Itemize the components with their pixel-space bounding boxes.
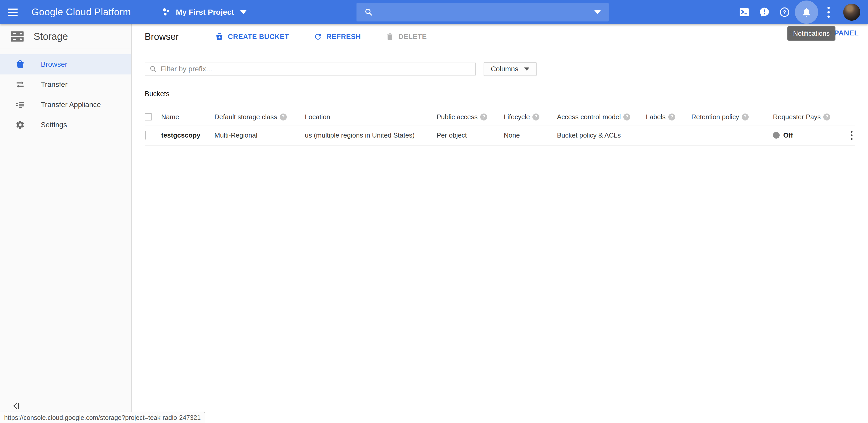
more-options-button[interactable] xyxy=(818,0,839,24)
hamburger-menu-icon[interactable] xyxy=(0,8,26,16)
sidebar-item-label: Settings xyxy=(41,121,67,129)
refresh-icon xyxy=(314,32,322,41)
row-checkbox[interactable] xyxy=(145,131,146,140)
project-selector[interactable]: My First Project xyxy=(161,7,246,17)
vertical-ellipsis-icon xyxy=(828,7,830,18)
project-hexagon-icon xyxy=(161,7,172,17)
table-row[interactable]: testgcscopy Multi-Regional us (multiple … xyxy=(145,125,855,146)
filter-search-icon xyxy=(149,65,157,73)
search-dropdown-caret-icon[interactable] xyxy=(594,10,601,14)
notifications-hover-circle xyxy=(795,1,818,24)
help-icon[interactable]: ? xyxy=(668,113,675,120)
columns-label: Columns xyxy=(491,65,519,73)
help-button[interactable]: ? xyxy=(774,0,795,24)
select-all-checkbox[interactable] xyxy=(145,113,152,120)
col-header-location[interactable]: Location xyxy=(305,113,437,121)
feedback-bubble-icon xyxy=(759,7,770,18)
transfer-appliance-icon xyxy=(14,100,26,110)
sidebar-item-label: Browser xyxy=(41,60,67,68)
col-header-name[interactable]: Name xyxy=(161,113,214,121)
create-bucket-button[interactable]: CREATE BUCKET xyxy=(215,32,289,41)
search-input[interactable] xyxy=(356,3,609,22)
buckets-section-label: Buckets xyxy=(145,90,868,98)
bell-icon xyxy=(801,7,812,18)
cell-requester-pays: Off xyxy=(773,131,838,139)
sidebar-header: Storage xyxy=(0,24,131,49)
app-bar: Google Cloud Platform My First Project xyxy=(0,0,868,24)
brand-logo: Google Cloud Platform xyxy=(32,7,131,18)
filter-row: Columns xyxy=(145,62,868,76)
collapse-chevron-icon xyxy=(12,401,21,411)
page-title: Browser xyxy=(145,31,179,42)
sidebar-item-browser[interactable]: Browser xyxy=(0,54,131,75)
sidebar-title: Storage xyxy=(34,31,68,42)
cell-location: us (multiple regions in United States) xyxy=(305,131,437,139)
storage-product-icon xyxy=(9,29,26,44)
svg-text:?: ? xyxy=(783,9,786,16)
sidebar-nav: Browser Transfer xyxy=(0,49,131,135)
refresh-label: REFRESH xyxy=(327,33,361,41)
help-icon[interactable]: ? xyxy=(280,113,287,120)
help-icon[interactable]: ? xyxy=(532,113,539,120)
avatar[interactable] xyxy=(843,4,860,21)
requester-pays-off-dot-icon xyxy=(773,132,780,139)
col-header-retention-policy[interactable]: Retention policy ? xyxy=(691,113,773,121)
help-icon: ? xyxy=(779,7,790,18)
cloud-shell-button[interactable] xyxy=(734,0,754,24)
notifications-tooltip: Notifications xyxy=(787,26,835,40)
notifications-button[interactable] xyxy=(795,0,818,24)
columns-dropdown-button[interactable]: Columns xyxy=(484,62,536,76)
sidebar: Storage Browser xyxy=(0,24,132,423)
cell-storage-class: Multi-Regional xyxy=(214,131,305,139)
transfer-arrows-icon xyxy=(14,80,26,89)
sidebar-item-label: Transfer xyxy=(41,80,67,89)
cell-lifecycle: None xyxy=(504,131,557,139)
help-icon[interactable]: ? xyxy=(823,113,830,120)
cell-public-access: Per object xyxy=(437,131,504,139)
col-header-public-access[interactable]: Public access ? xyxy=(437,113,504,121)
create-bucket-icon xyxy=(215,32,224,41)
chevron-down-icon xyxy=(240,10,246,14)
delete-label: DELETE xyxy=(398,33,427,41)
sidebar-item-settings[interactable]: Settings xyxy=(0,115,131,135)
create-bucket-label: CREATE BUCKET xyxy=(228,33,289,41)
columns-caret-icon xyxy=(524,67,529,70)
help-icon[interactable]: ? xyxy=(623,113,630,120)
bucket-name-link[interactable]: testgcscopy xyxy=(161,131,214,139)
collapse-sidebar-button[interactable] xyxy=(12,401,21,412)
col-header-storage-class[interactable]: Default storage class ? xyxy=(214,113,305,121)
sidebar-item-transfer[interactable]: Transfer xyxy=(0,75,131,95)
search-icon xyxy=(364,8,373,17)
sidebar-item-transfer-appliance[interactable]: Transfer Appliance xyxy=(0,95,131,115)
trash-icon xyxy=(385,32,394,41)
sidebar-item-label: Transfer Appliance xyxy=(41,101,101,109)
browser-status-url: https://console.cloud.google.com/storage… xyxy=(0,412,206,423)
requester-pays-value: Off xyxy=(783,131,793,139)
filter-box xyxy=(145,62,476,76)
help-icon[interactable]: ? xyxy=(742,113,749,120)
gear-icon xyxy=(14,120,26,130)
project-name: My First Project xyxy=(176,8,234,17)
col-header-requester-pays[interactable]: Requester Pays ? xyxy=(773,113,838,121)
table-header-row: Name Default storage class ? Location Pu… xyxy=(145,109,855,125)
col-header-lifecycle[interactable]: Lifecycle ? xyxy=(504,113,557,121)
col-header-access-control[interactable]: Access control model ? xyxy=(557,113,646,121)
main-content: Browser CREATE BUCKET REFRESH xyxy=(132,24,868,423)
buckets-table: Name Default storage class ? Location Pu… xyxy=(145,109,855,146)
filter-by-prefix-input[interactable] xyxy=(161,65,471,73)
row-more-options-button[interactable] xyxy=(851,131,855,140)
toolbar: Browser CREATE BUCKET REFRESH xyxy=(132,24,868,49)
cell-access-control: Bucket policy & ACLs xyxy=(557,131,646,139)
refresh-button[interactable]: REFRESH xyxy=(314,32,361,41)
delete-button[interactable]: DELETE xyxy=(385,32,427,41)
terminal-icon xyxy=(739,7,750,18)
col-header-labels[interactable]: Labels ? xyxy=(646,113,691,121)
bucket-icon xyxy=(14,59,26,69)
feedback-button[interactable] xyxy=(754,0,774,24)
help-icon[interactable]: ? xyxy=(480,113,487,120)
